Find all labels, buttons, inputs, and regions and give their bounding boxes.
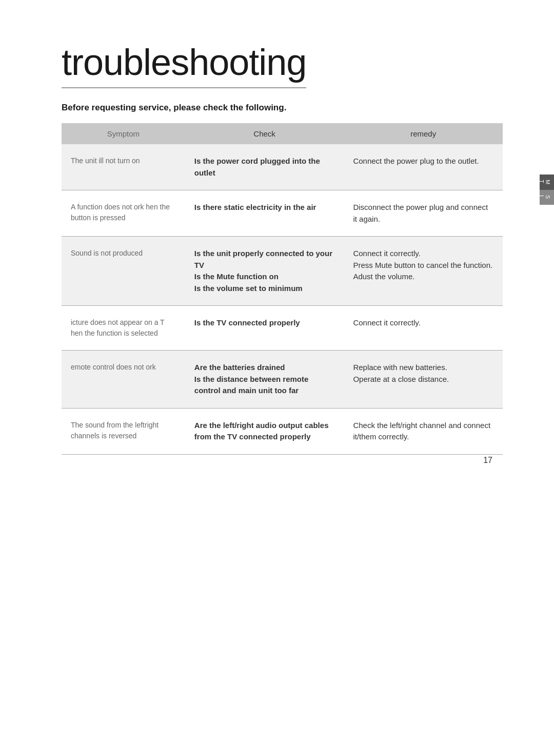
cell-remedy: Check the left/right channel and connect… <box>344 408 503 454</box>
page-title: troubleshooting <box>62 41 306 88</box>
cell-check: Are the left/right audio output cables f… <box>185 408 344 454</box>
table-header-row: Symptom Check remedy <box>62 123 503 144</box>
table-row: emote control does not orkAre the batter… <box>62 351 503 409</box>
cell-symptom: Sound is not produced <box>62 237 185 306</box>
cell-remedy: Connect the power plug to the outlet. <box>344 144 503 190</box>
cell-check: Is the unit properly connected to your T… <box>185 237 344 306</box>
cell-symptom: The unit ill not turn on <box>62 144 185 190</box>
table-row: A function does not ork hen the button i… <box>62 190 503 237</box>
cell-check: Are the batteries drained Is the distanc… <box>185 351 344 409</box>
side-tab-mt: MT <box>540 175 554 190</box>
cell-symptom: emote control does not ork <box>62 351 185 409</box>
page-container: troubleshooting Before requesting servic… <box>0 0 554 496</box>
subtitle: Before requesting service, please check … <box>62 103 503 113</box>
cell-check: Is there static electricity in the air <box>185 190 344 237</box>
cell-remedy: Disconnect the power plug and connect it… <box>344 190 503 237</box>
trouble-table: Symptom Check remedy The unit ill not tu… <box>62 123 503 455</box>
header-remedy: remedy <box>344 123 503 144</box>
cell-check: Is the TV connected properly <box>185 306 344 351</box>
cell-symptom: icture does not appear on a T hen the fu… <box>62 306 185 351</box>
table-row: icture does not appear on a T hen the fu… <box>62 306 503 351</box>
table-row: Sound is not producedIs the unit properl… <box>62 237 503 306</box>
table-row: The unit ill not turn onIs the power cor… <box>62 144 503 190</box>
header-check: Check <box>185 123 344 144</box>
header-symptom: Symptom <box>62 123 185 144</box>
page-number: 17 <box>483 456 492 465</box>
cell-remedy: Connect it correctly. Press Mute button … <box>344 237 503 306</box>
cell-symptom: A function does not ork hen the button i… <box>62 190 185 237</box>
cell-symptom: The sound from the leftright channels is… <box>62 408 185 454</box>
side-tab-si: SI <box>540 190 554 204</box>
table-row: The sound from the leftright channels is… <box>62 408 503 454</box>
cell-remedy: Replace with new batteries. Operate at a… <box>344 351 503 409</box>
side-tab-container: MT SI <box>540 175 554 205</box>
cell-check: Is the power cord plugged into the outle… <box>185 144 344 190</box>
cell-remedy: Connect it correctly. <box>344 306 503 351</box>
